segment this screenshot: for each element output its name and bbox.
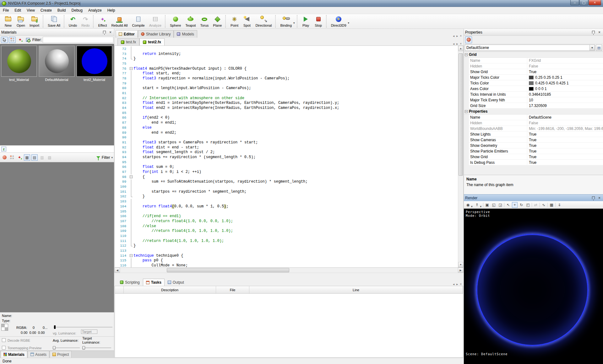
- property-row-show-grid[interactable]: Show GridTrue: [464, 154, 603, 160]
- file-tab-test-fx[interactable]: test.fx: [117, 38, 139, 46]
- materials-filter-input[interactable]: [43, 37, 113, 43]
- property-row-axes-color[interactable]: Axes Color0 0 0 1: [464, 86, 603, 92]
- menu-analyze[interactable]: Analyze: [85, 7, 105, 14]
- property-pages-button[interactable]: ▤: [596, 45, 602, 51]
- copy-thumbnail-icon[interactable]: ▧: [46, 154, 53, 161]
- redo-button[interactable]: ↷Redo: [79, 14, 92, 28]
- target-luminance-handle[interactable]: [82, 346, 85, 350]
- spot-button[interactable]: Spot: [241, 14, 253, 28]
- menu-help[interactable]: Help: [105, 7, 118, 14]
- nav-left-icon[interactable]: ◂: [453, 282, 454, 286]
- tab-editor[interactable]: Editor: [116, 30, 138, 38]
- orbit-icon[interactable]: ↻: [519, 202, 524, 208]
- rgba-slider-handle[interactable]: [54, 325, 56, 329]
- nav-left-icon[interactable]: ◂: [453, 42, 454, 46]
- pin-icon[interactable]: [103, 31, 106, 34]
- tab-materials[interactable]: Materials: [1, 351, 27, 358]
- menu-edit[interactable]: Edit: [12, 7, 24, 14]
- horizontal-scrollbar[interactable]: ◀ ▶: [114, 268, 464, 273]
- property-row-name[interactable]: NameDefaultScene: [464, 115, 603, 120]
- grid-view-icon[interactable]: ▦: [24, 154, 30, 161]
- material-tile-test2-material[interactable]: test2_Material: [76, 46, 112, 82]
- column-header-marker[interactable]: [115, 286, 124, 293]
- tasks-table-body[interactable]: [115, 294, 463, 357]
- decode-rgbe-checkbox[interactable]: [2, 338, 6, 342]
- dropdown-arrow-icon[interactable]: ▾: [480, 205, 482, 208]
- camera-icon[interactable]: ◉: [465, 202, 471, 208]
- stop-button[interactable]: Stop: [312, 14, 325, 28]
- save-render-icon[interactable]: ⇓: [557, 202, 562, 208]
- directional-button[interactable]: ⇘Directional: [253, 14, 274, 28]
- property-row-major-tick-every-nth[interactable]: Major Tick Every Nth10: [464, 97, 603, 103]
- new-material-button[interactable]: ✦: [17, 37, 24, 43]
- scroll-up-arrow[interactable]: ▲: [458, 46, 463, 51]
- vertical-scroll-thumb[interactable]: [459, 53, 463, 176]
- fold-collapse-icon[interactable]: −: [130, 175, 133, 178]
- tab-tasks[interactable]: Tasks: [143, 279, 165, 286]
- tab-scripting[interactable]: Scripting: [117, 279, 143, 286]
- pin-icon[interactable]: [592, 31, 595, 34]
- property-row-major-ticks-color[interactable]: Major Ticks Color0.25 0.25 0.25 1: [464, 75, 603, 80]
- render-viewport[interactable]: Perspective Mode: Orbit Scene: DefaultSc…: [464, 209, 603, 364]
- property-row-show-particle-emitters[interactable]: Show Particle EmittersTrue: [464, 148, 603, 154]
- horizontal-scroll-thumb[interactable]: [167, 268, 289, 272]
- plane-button[interactable]: Plane: [211, 14, 224, 28]
- nav-right-icon[interactable]: ▸: [456, 34, 458, 38]
- nav-right-icon[interactable]: ▸: [456, 42, 458, 46]
- select-icon[interactable]: ↖: [505, 202, 511, 208]
- close-icon[interactable]: ×: [108, 30, 113, 35]
- analyze-button[interactable]: Analyze: [147, 14, 164, 28]
- binding-button[interactable]: Binding: [278, 14, 294, 28]
- tab-project[interactable]: Project: [50, 351, 72, 358]
- compile-button[interactable]: Compile: [130, 14, 147, 28]
- material-sphere-icon[interactable]: [1, 154, 8, 161]
- material-tile-defaultmaterial[interactable]: DefaultMaterial: [39, 46, 75, 82]
- select-mode-button[interactable]: [1, 37, 8, 43]
- material-spheres-icon[interactable]: [9, 154, 15, 161]
- collapse-icon[interactable]: −: [465, 53, 468, 56]
- close-icon[interactable]: ×: [597, 196, 602, 200]
- secondary-filter-label[interactable]: Filter: [102, 155, 110, 160]
- target-luminance-slider[interactable]: [82, 348, 111, 348]
- splitter[interactable]: [114, 273, 464, 277]
- close-icon[interactable]: ×: [597, 30, 602, 35]
- column-header-file[interactable]: File: [216, 286, 249, 293]
- filter-dropdown-arrow[interactable]: ▾: [111, 156, 113, 159]
- save-all-button[interactable]: Save All: [46, 14, 62, 28]
- vertical-scrollbar[interactable]: ▲ ▼: [458, 46, 463, 267]
- snapshot-icon[interactable]: ▦: [549, 202, 554, 208]
- play-button[interactable]: Play: [300, 14, 312, 28]
- open-button[interactable]: Open: [14, 14, 27, 28]
- menu-view[interactable]: View: [24, 7, 38, 14]
- sync-icon[interactable]: ⇄: [533, 202, 539, 208]
- point-button[interactable]: ✳Point: [228, 14, 241, 28]
- import-button[interactable]: ⇩Import: [27, 14, 41, 28]
- rgba-slider[interactable]: [53, 327, 112, 327]
- avg-luminance-slider[interactable]: [53, 348, 80, 348]
- tab-assets[interactable]: Assets: [28, 351, 49, 358]
- frame-selection-icon[interactable]: ◱: [491, 202, 497, 208]
- scroll-right-arrow[interactable]: ▶: [458, 268, 463, 273]
- scene-selector[interactable]: DefaultScene ▼: [465, 45, 595, 51]
- frame-zoom-icon[interactable]: ◲: [497, 202, 503, 208]
- column-header-description[interactable]: Description: [124, 286, 216, 293]
- menu-create[interactable]: Create: [38, 7, 55, 14]
- pan-icon[interactable]: +: [512, 202, 518, 208]
- property-row-is-debug-pass[interactable]: Is Debug PassTrue: [464, 160, 603, 165]
- dropdown-arrow-icon[interactable]: ▾: [471, 205, 473, 208]
- collapse-icon[interactable]: −: [465, 110, 468, 113]
- new-button[interactable]: ✦New: [2, 14, 14, 28]
- menu-debug[interactable]: Debug: [69, 7, 85, 14]
- nav-right-icon[interactable]: ▸: [456, 282, 458, 286]
- nav-left-icon[interactable]: ◂: [453, 34, 454, 38]
- direct3d9-button[interactable]: ×Direct3D9: [329, 14, 349, 28]
- rebuild-all-button[interactable]: Rebuild All: [109, 14, 130, 28]
- fold-collapse-icon[interactable]: −: [130, 254, 133, 257]
- property-group-properties[interactable]: −Properties: [464, 109, 603, 115]
- property-row-show-grid[interactable]: Show GridTrue: [464, 69, 603, 75]
- list-view-icon[interactable]: ▤: [31, 154, 38, 161]
- material-tile-test-material[interactable]: test_Material: [1, 46, 37, 82]
- property-row-grid-size[interactable]: Grid Size17.320509: [464, 103, 603, 109]
- tab-output[interactable]: Output: [165, 279, 187, 286]
- zoom-region-icon[interactable]: ◰: [525, 202, 531, 208]
